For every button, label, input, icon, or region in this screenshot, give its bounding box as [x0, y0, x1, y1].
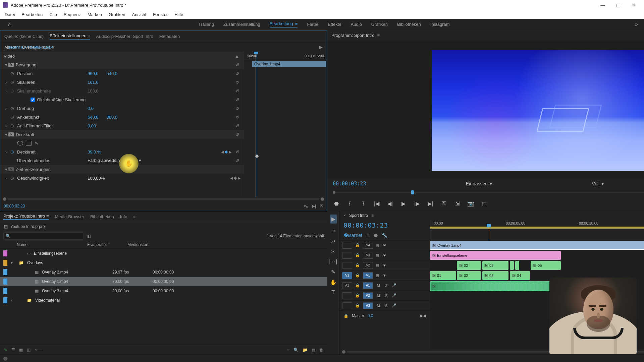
ws-training[interactable]: Training — [198, 21, 214, 27]
clip-v2-05[interactable]: fx05 — [531, 261, 561, 270]
track-select-tool-icon[interactable]: ⇥ — [331, 228, 335, 234]
opacity-section[interactable]: ▾fx Deckkraft ↺ — [0, 130, 244, 139]
reset-icon[interactable]: ↺ — [235, 62, 240, 67]
selection-tool-icon[interactable]: ▶ — [330, 215, 337, 224]
close-sequence-icon[interactable]: × — [343, 213, 346, 218]
rect-mask-icon[interactable] — [26, 141, 32, 145]
zoom-slider[interactable]: ○── — [35, 348, 43, 352]
razor-tool-icon[interactable]: ✂ — [331, 248, 335, 255]
tab-metadata[interactable]: Metadaten — [159, 34, 180, 39]
out-point-icon[interactable]: } — [359, 200, 368, 206]
kf-playhead[interactable] — [256, 52, 259, 197]
hand-tool-icon[interactable]: ✋ — [330, 279, 337, 286]
list-view-icon[interactable]: ☰ — [11, 348, 15, 352]
scroll-handle[interactable] — [321, 197, 324, 201]
compare-icon[interactable]: ◫ — [480, 200, 488, 207]
clip-v1-01[interactable]: fx01 — [430, 271, 456, 280]
program-timecode[interactable]: 00:00:03:23 — [333, 181, 366, 187]
menu-ansicht[interactable]: Ansicht — [128, 11, 150, 18]
pencil-icon[interactable]: ✎ — [4, 348, 7, 352]
trash-icon[interactable]: 🗑 — [319, 348, 323, 352]
minimize-button[interactable]: — — [595, 0, 610, 10]
keyframe-nav[interactable]: ◀ ▶ — [221, 150, 231, 154]
track-head-v4[interactable]: 🔒V4▤👁 — [339, 240, 430, 250]
ellipse-mask-icon[interactable] — [17, 141, 23, 145]
stopwatch-icon[interactable]: ◷ — [10, 71, 17, 76]
ws-audio[interactable]: Audio — [351, 21, 362, 27]
clip-v2-gap2[interactable] — [515, 261, 519, 270]
ws-effekte[interactable]: Effekte — [328, 21, 341, 27]
track-head-v2[interactable]: 🔒V2▤👁 — [339, 260, 430, 270]
clip-audio[interactable]: fx — [430, 281, 561, 291]
keyframe-timeline[interactable]: :00:00 00:00:15:00 Overlay 1.mp4 — [244, 52, 327, 197]
timeline-ruler[interactable]: :00:00 00:00:05:00 00:00:10:00 00:00:15:… — [430, 220, 644, 239]
track-head-a2[interactable]: 🔒A2MS🎤 — [339, 291, 430, 301]
ws-farbe[interactable]: Farbe — [307, 21, 318, 27]
col-name[interactable]: Name — [17, 242, 87, 247]
menu-grafiken[interactable]: Grafiken — [105, 11, 128, 18]
effect-timecode[interactable]: 00:00:03:23 — [4, 204, 25, 208]
clip-v2-gap[interactable] — [510, 261, 514, 270]
uniform-scale-checkbox[interactable] — [31, 98, 35, 102]
track-head-a3[interactable]: 🔒A3MS🎤 — [339, 301, 430, 311]
tab-source[interactable]: Quelle: (keine Clips) — [4, 34, 44, 39]
list-item[interactable]: ▦ Overlay 2.mp4 29,97 fps 00:00:00:00 — [0, 267, 327, 277]
time-remap-section[interactable]: ▾fx Zeit-Verzerrungen — [0, 165, 244, 174]
extract-icon[interactable]: ⇲ — [453, 200, 462, 207]
step-back-icon[interactable]: ◀| — [386, 200, 394, 207]
list-item[interactable]: ▦ Overlay 3.mp4 30,00 fps 00:00:00:00 — [0, 286, 327, 296]
marker-icon[interactable]: ⬣ — [332, 200, 341, 207]
tab-audio-mixer[interactable]: Audioclip-Mischer: Sport Intro — [96, 34, 153, 39]
marker-icon[interactable]: ⬣ — [374, 233, 378, 238]
new-item-icon[interactable]: ▤ — [312, 348, 315, 352]
export-icon[interactable]: ⇱ — [320, 204, 323, 208]
ws-bearbeitung[interactable]: Bearbeitung ≡ — [270, 21, 298, 27]
list-item[interactable]: ▾ 📁 Overlays — [0, 258, 327, 267]
playhead-marker[interactable] — [411, 190, 414, 194]
sequence-clip-label[interactable]: Sport Intro * Overlay 1.mp4 — [6, 43, 55, 52]
opacity-value[interactable]: 39,0 % — [88, 149, 101, 155]
search-icon[interactable]: 🔍 — [293, 348, 299, 352]
list-item[interactable]: › 📁 Videomaterial — [0, 296, 327, 305]
timeline-timecode[interactable]: 00:00:03:23 — [339, 220, 430, 232]
program-scrubber[interactable] — [333, 192, 644, 193]
ws-instagram[interactable]: Instagram — [430, 21, 450, 27]
list-item[interactable]: ▭ Einstellungsebene — [0, 249, 327, 258]
filter-bin-icon[interactable]: ◧ — [87, 234, 91, 238]
step-fwd-icon[interactable]: |▶ — [413, 200, 421, 207]
snapshot-icon[interactable]: 📷 — [466, 200, 475, 207]
step-icon[interactable]: ▶| — [312, 204, 316, 208]
zoom-fit-select[interactable]: Einpassen ▾ — [466, 181, 492, 186]
sequence-name[interactable]: Sport Intro — [349, 213, 368, 218]
tab-media-browser[interactable]: Media-Browser — [55, 214, 84, 219]
menu-clip[interactable]: Clip — [46, 11, 60, 18]
work-area-bar[interactable] — [430, 227, 644, 229]
maximize-button[interactable]: ▢ — [610, 0, 626, 10]
clip-overlay1[interactable]: fxOverlay 1.mp4 — [430, 241, 644, 250]
ripple-tool-icon[interactable]: ⇄ — [331, 238, 335, 244]
lift-icon[interactable]: ⇱ — [439, 200, 448, 207]
snap-icon[interactable]: �магnet — [343, 233, 362, 238]
in-point-icon[interactable]: { — [345, 200, 354, 206]
track-head-v3[interactable]: 🔒V3▤👁 — [339, 250, 430, 260]
ws-bibliotheken[interactable]: Bibliotheken — [397, 21, 421, 27]
menu-sequenz[interactable]: Sequenz — [60, 11, 84, 18]
track-head-v1[interactable]: V1🔒V1▤👁 — [339, 270, 430, 281]
tab-info[interactable]: Info — [120, 214, 127, 219]
menu-hilfe[interactable]: Hilfe — [171, 11, 186, 18]
col-framerate[interactable]: Framerate ˄ — [87, 242, 127, 247]
pen-tool-icon[interactable]: ✎ — [331, 269, 335, 275]
program-viewer[interactable] — [432, 50, 644, 171]
workspace-overflow-icon[interactable]: » — [635, 21, 638, 28]
home-icon[interactable]: ⌂ — [6, 21, 13, 28]
ws-zusammenstellung[interactable]: Zusammenstellung — [223, 21, 260, 27]
go-to-out-icon[interactable]: ▶| — [426, 200, 435, 207]
filter-icon[interactable]: ▾▴ — [304, 204, 308, 208]
scroll-track[interactable] — [8, 198, 319, 200]
list-item[interactable]: ▦ Overlay 1.mp4 30,00 fps 00:00:00:00 — [0, 277, 327, 286]
settings-icon[interactable]: 🔧 — [382, 233, 387, 238]
ws-grafiken[interactable]: Grafiken — [371, 21, 388, 27]
pen-mask-icon[interactable]: ✎ — [35, 141, 38, 146]
clip-v1-03[interactable]: fx03 — [482, 271, 508, 280]
col-mediastart[interactable]: Medienstart — [127, 242, 174, 247]
